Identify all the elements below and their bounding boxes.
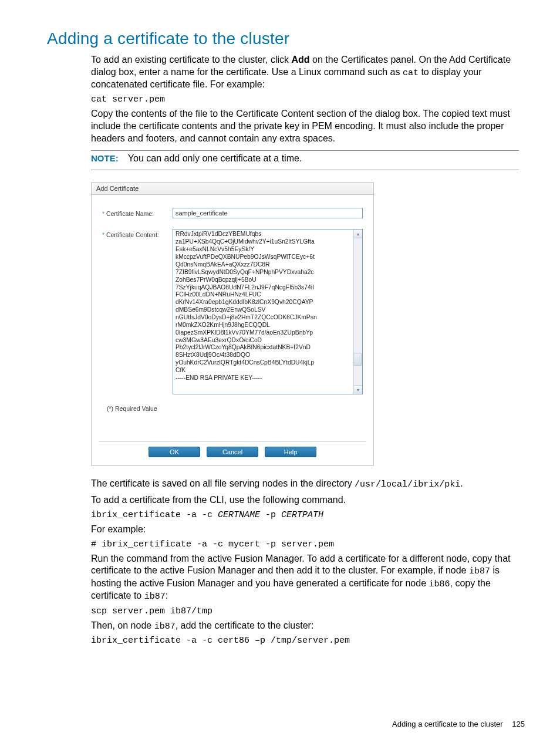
certpath-var: CERTPATH <box>281 510 323 520</box>
divider <box>91 170 519 170</box>
ok-button[interactable]: OK <box>149 447 200 457</box>
cert-content-textarea[interactable] <box>173 229 353 394</box>
cli-intro: To add a certificate from the CLI, use t… <box>91 494 519 507</box>
certname-var: CERTNAME <box>218 510 260 520</box>
required-icon: * <box>102 232 104 238</box>
command-cat: cat server.pem <box>91 94 519 104</box>
path-code: /usr/local/ibrix/pki <box>355 480 460 490</box>
cert-content-label: *Certificate Content: <box>102 229 173 238</box>
text: ibrix_certificate -a -c <box>91 510 218 520</box>
text: Run the command from the active Fusion M… <box>91 553 510 576</box>
cert-name-label: *Certificate Name: <box>102 208 173 217</box>
note-row: NOTE: You can add only one certificate a… <box>91 153 519 164</box>
scroll-down-icon[interactable]: ▾ <box>354 385 362 394</box>
dialog-title: Add Certificate <box>92 183 373 195</box>
scp-command: scp server.pem ib87/tmp <box>91 606 519 616</box>
note-text: You can add only one certificate at a ti… <box>128 153 302 163</box>
page-title: Adding a certificate to the cluster <box>47 29 537 48</box>
node-code: ib87 <box>144 592 166 602</box>
divider <box>91 150 519 151</box>
label-text: Certificate Name: <box>106 210 154 217</box>
run-paragraph: Run the command from the active Fusion M… <box>91 553 519 603</box>
dialog-divider <box>99 441 366 442</box>
scroll-up-icon[interactable]: ▴ <box>354 229 362 238</box>
cancel-button[interactable]: Cancel <box>207 447 258 457</box>
page-number: 125 <box>512 720 525 728</box>
intro-paragraph: To add an existing certificate to the cl… <box>91 54 519 91</box>
cert-name-input[interactable] <box>173 208 363 218</box>
final-command: ibrix_certificate -a -c cert86 –p /tmp/s… <box>91 636 519 646</box>
add-bold: Add <box>292 55 310 65</box>
text: -p <box>260 510 281 520</box>
required-note: (*) Required Value <box>107 405 363 412</box>
text: , add the certificate to the cluster: <box>176 620 314 630</box>
cli-command: ibrix_certificate -a -c CERTNAME -p CERT… <box>91 510 519 520</box>
label-text: Certificate Content: <box>106 231 159 238</box>
text: Then, on node <box>91 620 154 630</box>
copy-paragraph: Copy the contents of the file to the Cer… <box>91 108 519 144</box>
node-code: ib86 <box>429 579 450 589</box>
node-code: ib87 <box>154 622 176 632</box>
saved-paragraph: The certificate is saved on all file ser… <box>91 478 519 491</box>
then-paragraph: Then, on node ib87, add the certificate … <box>91 620 519 633</box>
page-footer: Adding a certificate to the cluster 125 <box>392 720 525 728</box>
help-button[interactable]: Help <box>265 447 316 457</box>
add-certificate-dialog: Add Certificate *Certificate Name: *Cert… <box>91 182 374 466</box>
note-label: NOTE: <box>91 153 119 163</box>
required-icon: * <box>102 211 104 217</box>
text: : <box>166 590 168 600</box>
text: To add an existing certificate to the cl… <box>91 55 292 65</box>
text: The certificate is saved on all file ser… <box>91 478 355 488</box>
for-example: For example: <box>91 524 519 536</box>
footer-text: Adding a certificate to the cluster <box>392 720 503 728</box>
text: . <box>460 478 463 488</box>
scroll-thumb[interactable] <box>353 353 362 366</box>
scrollbar[interactable]: ▴ ▾ <box>353 229 362 394</box>
node-code: ib87 <box>469 566 490 576</box>
cat-code: cat <box>403 68 419 78</box>
example-command: # ibrix_certificate -a -c mycert -p serv… <box>91 539 519 549</box>
